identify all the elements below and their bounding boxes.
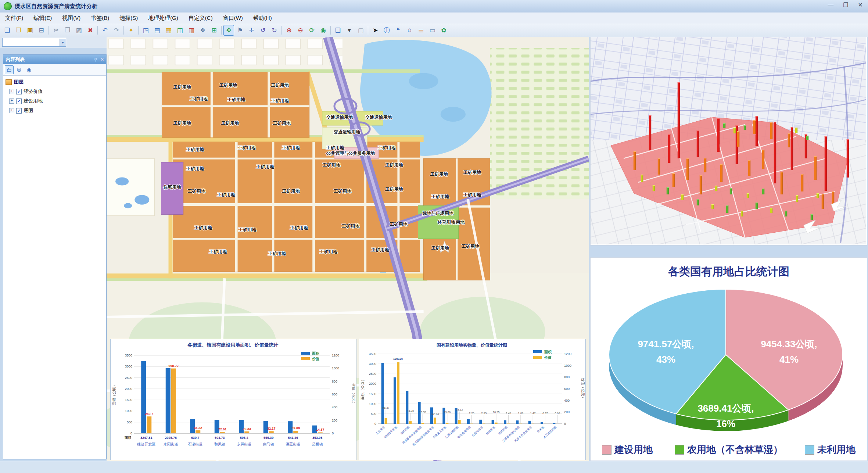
window-icon[interactable]: ❖	[197, 25, 208, 36]
layer-checkbox[interactable]: ✔	[16, 89, 22, 94]
menu-item-8[interactable]: 帮助(H)	[248, 13, 277, 23]
svg-text:2500: 2500	[125, 376, 132, 380]
parcel-label: 工矿用地	[389, 222, 408, 227]
list-by-visibility-icon[interactable]: ◉	[25, 65, 33, 74]
svg-text:639.7: 639.7	[191, 436, 200, 440]
parcel-label: 体育用地	[437, 219, 456, 225]
toc-header: 内容列表 ⚲ ✕	[3, 55, 106, 64]
delete-icon[interactable]: ✖	[85, 25, 96, 36]
svg-text:价值（亿元）: 价值（亿元）	[581, 378, 585, 400]
layout-view-icon[interactable]: ▤	[152, 25, 162, 36]
close-icon[interactable]: ✕	[100, 57, 104, 62]
catalog-icon[interactable]: ⊞	[209, 25, 219, 36]
svg-text:45.22: 45.22	[194, 426, 202, 430]
redo-icon[interactable]: ↷	[111, 25, 122, 36]
zoom-in-icon[interactable]: ⊕	[284, 25, 294, 36]
layer-item-2[interactable]: +✔底图	[9, 107, 104, 114]
dropdown-icon[interactable]: ▾	[344, 25, 355, 36]
chart-icon[interactable]: ◫	[175, 25, 185, 36]
copy-icon[interactable]: ❐	[62, 25, 73, 36]
list-by-source-icon[interactable]: ⛁	[15, 65, 24, 74]
3d-scene-canvas[interactable]	[591, 37, 866, 244]
zoom-out-icon[interactable]: ⊖	[295, 25, 306, 36]
pan-icon[interactable]: ✥	[223, 25, 234, 36]
list-by-drawing-order-icon[interactable]: 🗀	[5, 65, 14, 74]
flag-icon[interactable]: ⚑	[235, 25, 245, 36]
svg-text:39.08: 39.08	[291, 426, 300, 430]
extension-icon[interactable]: ✿	[438, 25, 449, 36]
parcel-label: 工矿用地	[431, 246, 449, 251]
svg-text:800: 800	[564, 375, 570, 379]
refresh-icon[interactable]: ⟳	[306, 25, 317, 36]
layers-root-label: 图层	[14, 79, 24, 85]
svg-text:0: 0	[564, 422, 566, 426]
report-icon[interactable]: ▥	[186, 25, 197, 36]
menu-item-1[interactable]: 编辑(E)	[28, 13, 57, 23]
undo-icon[interactable]: ↶	[100, 25, 110, 36]
menu-item-7[interactable]: 窗口(W)	[218, 13, 248, 23]
add-data-icon[interactable]: ✦	[126, 25, 136, 36]
svg-text:1200: 1200	[564, 352, 571, 356]
menu-item-5[interactable]: 地理处理(G)	[143, 13, 183, 23]
parcel-label: 工矿用地	[463, 170, 481, 175]
cut-icon[interactable]: ✂	[51, 25, 61, 36]
svg-text:公园与绿地: 公园与绿地	[471, 425, 484, 437]
zoom-next-icon[interactable]: ↻	[269, 25, 280, 36]
paste-icon[interactable]: ▨	[73, 25, 84, 36]
callout-icon[interactable]: ❑	[333, 25, 343, 36]
minimize-button[interactable]: —	[828, 1, 833, 8]
pin-icon[interactable]: ⚲	[94, 57, 97, 62]
find-icon[interactable]: ⌂	[404, 25, 415, 36]
expander-icon[interactable]: +	[9, 98, 14, 104]
globe-icon[interactable]: ◉	[318, 25, 329, 36]
open-folder-icon[interactable]: ❒	[13, 25, 24, 36]
expander-icon[interactable]: +	[9, 89, 14, 94]
select-cursor-icon[interactable]: ➤	[370, 25, 381, 36]
maximize-button[interactable]: ❐	[843, 1, 848, 8]
svg-text:9454.33公顷,: 9454.33公顷,	[761, 338, 817, 350]
parcel-label: 工矿用地	[272, 121, 291, 126]
html-popup-icon[interactable]: ❝	[393, 25, 403, 36]
parcel-label: 工矿用地	[333, 189, 352, 194]
menu-item-3[interactable]: 书签(B)	[86, 13, 114, 23]
pie-legend-item: 未利用地	[805, 443, 856, 456]
svg-text:城镇住宅用地: 城镇住宅用地	[383, 425, 398, 439]
parcel-label: 工矿用地	[190, 96, 208, 101]
overview-icon[interactable]: ▭	[427, 25, 438, 36]
layers-root[interactable]: 图层	[6, 79, 104, 85]
layer-item-0[interactable]: +✔经济价值	[9, 88, 104, 95]
print-icon[interactable]: ⊟	[36, 25, 47, 36]
parcel-label: 工矿用地	[237, 145, 256, 150]
scale-combo[interactable]: ▾	[2, 38, 66, 47]
map-view-icon[interactable]: ◳	[140, 25, 151, 36]
menu-item-2[interactable]: 视图(V)	[57, 13, 86, 23]
layer-checkbox[interactable]: ✔	[16, 108, 22, 114]
svg-text:晶桥镇: 晶桥镇	[312, 442, 323, 446]
svg-text:1500: 1500	[125, 398, 132, 402]
menu-item-6[interactable]: 自定义(C)	[183, 13, 218, 23]
zoom-prev-icon[interactable]: ↺	[258, 25, 268, 36]
app-icon	[4, 2, 12, 10]
svg-text:400: 400	[564, 399, 570, 402]
pie-chart: 9454.33公顷,41%3689.41公顷,16%9741.57公顷,43%	[591, 279, 866, 437]
layer-checkbox[interactable]: ✔	[16, 98, 22, 104]
save-icon[interactable]: ▣	[25, 25, 35, 36]
menu-item-4[interactable]: 选择(S)	[114, 13, 143, 23]
new-document-icon[interactable]: ❏	[2, 25, 12, 36]
full-extent-icon[interactable]: ✛	[246, 25, 257, 36]
svg-text:2.95: 2.95	[481, 412, 487, 415]
menu-item-0[interactable]: 文件(F)	[0, 13, 28, 23]
chevron-down-icon[interactable]: ▾	[60, 39, 66, 46]
blank-icon[interactable]: ▢	[355, 25, 366, 36]
expander-icon[interactable]: +	[9, 108, 14, 113]
table-icon[interactable]: ▦	[163, 25, 174, 36]
layer-item-1[interactable]: +✔建设用地	[9, 98, 104, 104]
svg-text:200: 200	[332, 419, 337, 422]
menubar: 文件(F)编辑(E)视图(V)书签(B)选择(S)地理处理(G)自定义(C)窗口…	[0, 12, 868, 24]
close-button[interactable]: ✕	[858, 1, 863, 8]
identify-icon[interactable]: ⓘ	[381, 25, 392, 36]
3d-value-scene-panel[interactable]	[590, 37, 867, 246]
measure-icon[interactable]: ⚌	[416, 25, 426, 36]
svg-text:洪蓝街道: 洪蓝街道	[286, 442, 300, 446]
layer-label: 建设用地	[24, 98, 43, 104]
